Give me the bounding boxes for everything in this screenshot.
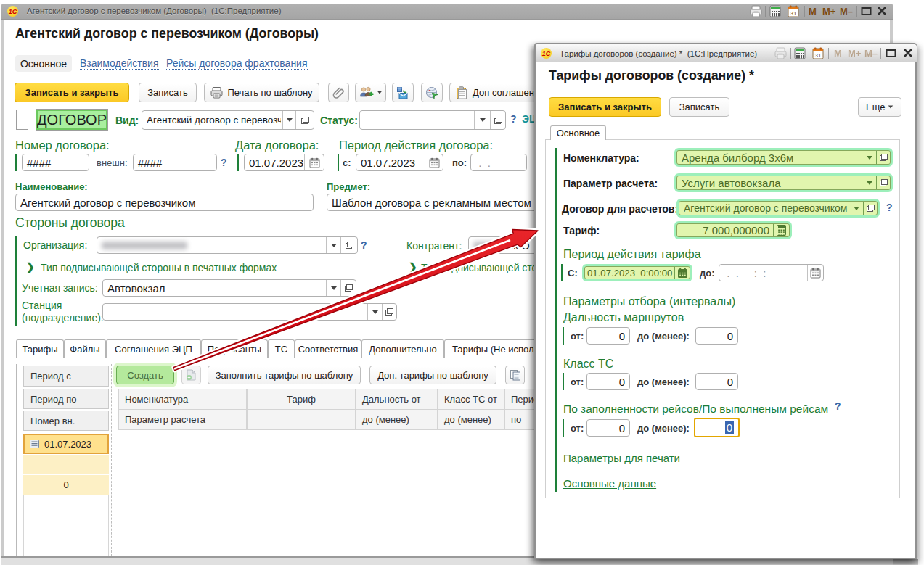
- svg-text:31: 31: [790, 10, 797, 17]
- svg-text:31: 31: [815, 52, 822, 59]
